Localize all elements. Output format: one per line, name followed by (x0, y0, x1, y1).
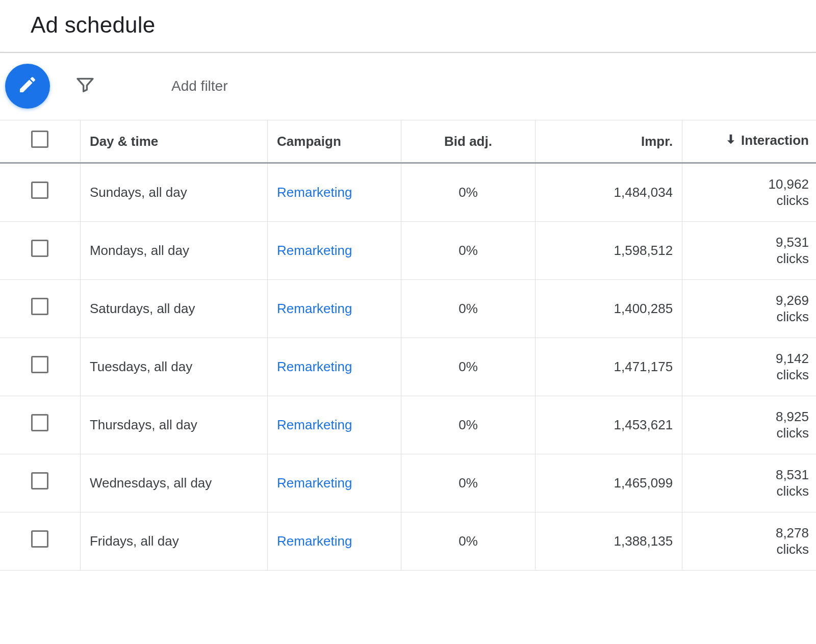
cell-campaign: Remarketing (268, 221, 401, 279)
cell-campaign: Remarketing (268, 338, 401, 396)
cell-impr: 1,465,099 (535, 454, 682, 512)
row-checkbox[interactable] (31, 472, 48, 490)
cell-interaction: 8,531clicks (682, 454, 816, 512)
row-checkbox[interactable] (31, 356, 48, 373)
cell-impr: 1,471,175 (535, 338, 682, 396)
table-row: Tuesdays, all dayRemarketing0%1,471,1759… (0, 338, 816, 396)
cell-campaign: Remarketing (268, 396, 401, 454)
cell-interaction: 10,962clicks (682, 163, 816, 221)
cell-day-time: Sundays, all day (80, 163, 267, 221)
cell-day-time: Fridays, all day (80, 512, 267, 570)
header-day-time[interactable]: Day & time (80, 120, 267, 163)
cell-impr: 1,484,034 (535, 163, 682, 221)
cell-day-time: Thursdays, all day (80, 396, 267, 454)
cell-campaign: Remarketing (268, 279, 401, 338)
row-checkbox-cell (0, 279, 80, 338)
schedule-table: Day & time Campaign Bid adj. Impr. Inter… (0, 120, 816, 571)
table-row: Saturdays, all dayRemarketing0%1,400,285… (0, 279, 816, 338)
cell-impr: 1,400,285 (535, 279, 682, 338)
cell-bid-adj: 0% (401, 163, 535, 221)
row-checkbox[interactable] (31, 240, 48, 257)
table-row: Fridays, all dayRemarketing0%1,388,1358,… (0, 512, 816, 570)
campaign-link[interactable]: Remarketing (277, 243, 352, 258)
interaction-value: 8,925 (692, 408, 809, 425)
pencil-icon (17, 74, 38, 98)
row-checkbox[interactable] (31, 530, 48, 548)
cell-impr: 1,388,135 (535, 512, 682, 570)
row-checkbox[interactable] (31, 298, 48, 315)
interaction-unit: clicks (692, 192, 809, 209)
interaction-unit: clicks (692, 425, 809, 442)
interaction-value: 9,269 (692, 292, 809, 309)
campaign-link[interactable]: Remarketing (277, 533, 352, 549)
cell-day-time: Tuesdays, all day (80, 338, 267, 396)
row-checkbox-cell (0, 512, 80, 570)
header-impr[interactable]: Impr. (535, 120, 682, 163)
filter-icon (75, 74, 95, 98)
cell-bid-adj: 0% (401, 512, 535, 570)
campaign-link[interactable]: Remarketing (277, 301, 352, 316)
add-filter-button[interactable]: Add filter (120, 78, 228, 94)
table-row: Thursdays, all dayRemarketing0%1,453,621… (0, 396, 816, 454)
cell-interaction: 8,925clicks (682, 396, 816, 454)
row-checkbox-cell (0, 454, 80, 512)
interaction-value: 8,531 (692, 467, 809, 483)
select-all-checkbox[interactable] (31, 131, 48, 148)
interaction-unit: clicks (692, 250, 809, 267)
cell-bid-adj: 0% (401, 454, 535, 512)
cell-campaign: Remarketing (268, 512, 401, 570)
cell-bid-adj: 0% (401, 221, 535, 279)
filter-button[interactable] (73, 74, 97, 98)
campaign-link[interactable]: Remarketing (277, 475, 352, 491)
campaign-link[interactable]: Remarketing (277, 185, 352, 200)
campaign-link[interactable]: Remarketing (277, 359, 352, 374)
table-header-row: Day & time Campaign Bid adj. Impr. Inter… (0, 120, 816, 163)
edit-button[interactable] (5, 64, 50, 109)
interaction-value: 9,142 (692, 350, 809, 367)
row-checkbox-cell (0, 338, 80, 396)
cell-day-time: Wednesdays, all day (80, 454, 267, 512)
cell-interaction: 8,278clicks (682, 512, 816, 570)
campaign-link[interactable]: Remarketing (277, 417, 352, 432)
header-campaign[interactable]: Campaign (268, 120, 401, 163)
cell-interaction: 9,142clicks (682, 338, 816, 396)
cell-campaign: Remarketing (268, 454, 401, 512)
row-checkbox-cell (0, 221, 80, 279)
interaction-unit: clicks (692, 308, 809, 325)
cell-interaction: 9,531clicks (682, 221, 816, 279)
row-checkbox-cell (0, 163, 80, 221)
cell-bid-adj: 0% (401, 338, 535, 396)
toolbar: Add filter (0, 53, 816, 120)
row-checkbox[interactable] (31, 414, 48, 431)
cell-day-time: Saturdays, all day (80, 279, 267, 338)
cell-bid-adj: 0% (401, 279, 535, 338)
interaction-value: 10,962 (692, 176, 809, 193)
row-checkbox[interactable] (31, 182, 48, 199)
table-row: Sundays, all dayRemarketing0%1,484,03410… (0, 163, 816, 221)
header-select-all (0, 120, 80, 163)
header-bid-adj[interactable]: Bid adj. (401, 120, 535, 163)
cell-impr: 1,598,512 (535, 221, 682, 279)
interaction-value: 8,278 (692, 525, 809, 542)
cell-bid-adj: 0% (401, 396, 535, 454)
interaction-unit: clicks (692, 483, 809, 500)
sort-descending-icon (724, 132, 738, 150)
interaction-unit: clicks (692, 541, 809, 558)
table-row: Mondays, all dayRemarketing0%1,598,5129,… (0, 221, 816, 279)
cell-day-time: Mondays, all day (80, 221, 267, 279)
header-interaction-label: Interaction (741, 133, 809, 148)
table-row: Wednesdays, all dayRemarketing0%1,465,09… (0, 454, 816, 512)
cell-interaction: 9,269clicks (682, 279, 816, 338)
row-checkbox-cell (0, 396, 80, 454)
page-title: Ad schedule (0, 0, 816, 52)
interaction-value: 9,531 (692, 234, 809, 251)
cell-impr: 1,453,621 (535, 396, 682, 454)
interaction-unit: clicks (692, 367, 809, 383)
header-interaction[interactable]: Interaction (682, 120, 816, 163)
cell-campaign: Remarketing (268, 163, 401, 221)
